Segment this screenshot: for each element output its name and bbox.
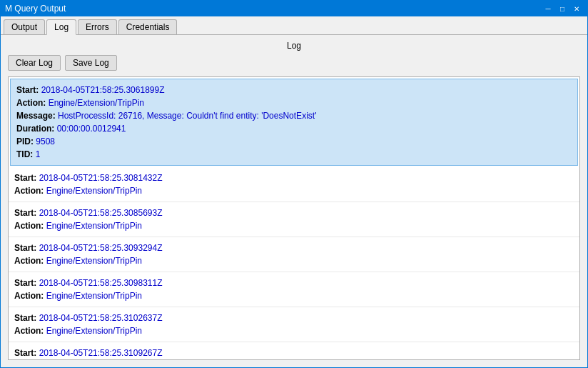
log-line-value: Engine/Extension/TripPin [46, 256, 142, 266]
log-line: Start: 2018-04-05T21:58:25.3102637Z [14, 312, 574, 324]
log-line-value: 00:00:00.0012941 [57, 124, 126, 134]
log-line-label: Action: [14, 186, 46, 196]
tab-log[interactable]: Log [46, 19, 76, 35]
log-line-label: Start: [16, 85, 41, 95]
log-toolbar: Clear Log Save Log [1, 55, 587, 76]
log-line-label: Start: [14, 208, 39, 218]
log-line: Action: Engine/Extension/TripPin [14, 219, 574, 232]
log-line: Duration: 00:00:00.0012941 [16, 122, 572, 135]
log-line: Start: 2018-04-05T21:58:25.3093294Z [14, 242, 574, 254]
log-entry-6[interactable]: Start: 2018-04-05T21:58:25.3102637ZActio… [9, 307, 579, 342]
log-line-label: Duration: [16, 124, 57, 134]
log-container[interactable]: Start: 2018-04-05T21:58:25.3061899ZActio… [8, 76, 580, 360]
log-line: Start: 2018-04-05T21:58:25.3085693Z [14, 207, 574, 219]
log-line: Action: Engine/Extension/TripPin [16, 96, 572, 109]
log-line: Action: Engine/Extension/TripPin [14, 324, 574, 337]
tab-credentials[interactable]: Credentials [118, 19, 178, 34]
log-line-label: Start: [14, 278, 39, 288]
log-line: Message: HostProcessId: 26716, Message: … [16, 109, 572, 122]
log-line-value: Engine/Extension/TripPin [46, 326, 142, 336]
log-line-value: HostProcessId: 26716, Message: Couldn't … [58, 111, 316, 121]
tab-output[interactable]: Output [4, 19, 45, 34]
log-line-value: 9508 [36, 136, 55, 146]
log-entry-7[interactable]: Start: 2018-04-05T21:58:25.3109267Z [9, 342, 579, 360]
log-line: Action: Engine/Extension/TripPin [14, 184, 574, 197]
log-line: PID: 9508 [16, 135, 572, 148]
log-line-label: Start: [14, 313, 39, 323]
log-entry-5[interactable]: Start: 2018-04-05T21:58:25.3098311ZActio… [9, 272, 579, 307]
log-line-value: 2018-04-05T21:58:25.3061899Z [41, 85, 165, 95]
log-line-value: Engine/Extension/TripPin [46, 291, 142, 301]
clear-log-button[interactable]: Clear Log [8, 55, 61, 71]
content-area: Log Clear Log Save Log Start: 2018-04-05… [1, 35, 587, 367]
log-line-label: Action: [14, 221, 46, 231]
log-entry-1[interactable]: Start: 2018-04-05T21:58:25.3061899ZActio… [10, 79, 578, 166]
tab-errors[interactable]: Errors [78, 19, 117, 34]
main-window: M Query Output ─ □ ✕ Output Log Errors C… [0, 0, 588, 368]
log-line-value: 2018-04-05T21:58:25.3102637Z [39, 313, 163, 323]
log-entry-3[interactable]: Start: 2018-04-05T21:58:25.3085693ZActio… [9, 202, 579, 237]
log-line: Start: 2018-04-05T21:58:25.3081432Z [14, 171, 574, 184]
log-line: TID: 1 [16, 148, 572, 161]
log-line: Action: Engine/Extension/TripPin [14, 289, 574, 302]
log-line-label: Action: [14, 326, 46, 336]
log-entry-2[interactable]: Start: 2018-04-05T21:58:25.3081432ZActio… [9, 167, 579, 202]
log-line-value: 2018-04-05T21:58:25.3098311Z [39, 278, 163, 288]
title-bar: M Query Output ─ □ ✕ [1, 1, 587, 16]
log-line-value: 2018-04-05T21:58:25.3085693Z [39, 208, 163, 218]
log-line-value: 2018-04-05T21:58:25.3093294Z [39, 243, 163, 253]
log-line-value: 2018-04-05T21:58:25.3081432Z [39, 173, 163, 183]
log-line-label: Start: [14, 348, 39, 358]
log-line-label: Message: [16, 111, 58, 121]
log-line-label: Action: [14, 256, 46, 266]
log-line-label: PID: [16, 136, 36, 146]
save-log-button[interactable]: Save Log [65, 55, 117, 71]
window-title: M Query Output [5, 4, 66, 14]
log-line-value: Engine/Extension/TripPin [49, 98, 144, 108]
log-entry-4[interactable]: Start: 2018-04-05T21:58:25.3093294ZActio… [9, 237, 579, 272]
log-line: Start: 2018-04-05T21:58:25.3109267Z [14, 347, 574, 359]
window-controls: ─ □ ✕ [542, 3, 583, 14]
close-button[interactable]: ✕ [570, 3, 583, 14]
maximize-button[interactable]: □ [556, 3, 569, 14]
log-line-value: Engine/Extension/TripPin [46, 221, 142, 231]
log-line: Start: 2018-04-05T21:58:25.3098311Z [14, 277, 574, 289]
log-line-value: 1 [36, 149, 41, 159]
log-line-label: Start: [14, 173, 39, 183]
log-line-label: Action: [14, 291, 46, 301]
minimize-button[interactable]: ─ [542, 3, 554, 14]
log-line: Action: Engine/Extension/TripPin [14, 254, 574, 267]
log-line-label: TID: [16, 149, 36, 159]
log-line-value: 2018-04-05T21:58:25.3109267Z [39, 348, 163, 358]
log-section-title: Log [1, 35, 587, 55]
log-line-value: Engine/Extension/TripPin [46, 186, 142, 196]
log-line-label: Action: [16, 98, 49, 108]
tab-bar: Output Log Errors Credentials [1, 16, 587, 35]
log-line: Start: 2018-04-05T21:58:25.3061899Z [16, 84, 572, 96]
log-line-label: Start: [14, 243, 39, 253]
